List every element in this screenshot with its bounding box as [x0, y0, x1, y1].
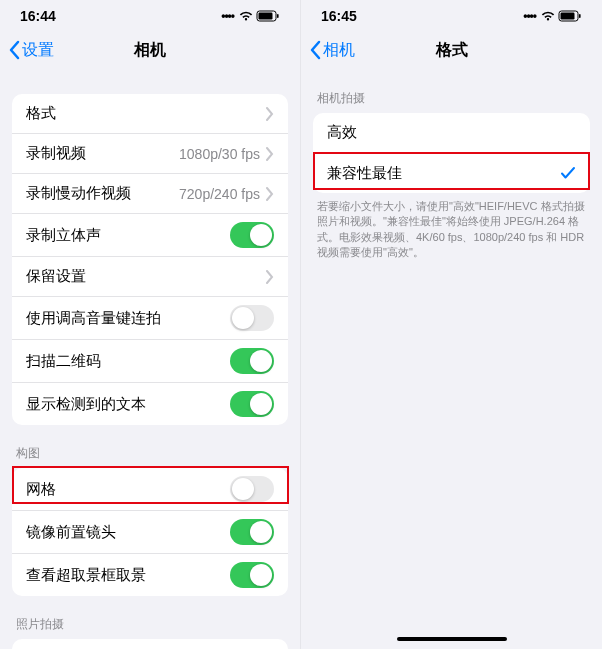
row-label: 镜像前置镜头	[26, 523, 230, 542]
cellular-icon: ••••	[523, 9, 536, 23]
chevron-right-icon	[266, 147, 274, 161]
switch-volume-burst[interactable]	[230, 305, 274, 331]
settings-group-composition: 网格 镜像前置镜头 查看超取景框取景	[12, 468, 288, 596]
row-label: 保留设置	[26, 267, 266, 286]
row-label: 录制立体声	[26, 226, 230, 245]
nav-bar: 相机 格式	[301, 28, 602, 72]
chevron-left-icon	[309, 40, 321, 60]
back-button[interactable]: 相机	[309, 40, 355, 61]
row-detail: 1080p/30 fps	[179, 146, 260, 162]
row-label: 扫描二维码	[26, 352, 230, 371]
nav-bar: 设置 相机	[0, 28, 300, 72]
row-label: 网格	[26, 480, 230, 499]
row-label: 显示检测到的文本	[26, 395, 230, 414]
wifi-icon	[238, 10, 254, 22]
row-format[interactable]: 格式	[12, 94, 288, 134]
group-footer-format: 若要缩小文件大小，请使用"高效"HEIF/HEVC 格式拍摄照片和视频。"兼容性…	[317, 199, 586, 261]
switch-grid[interactable]	[230, 476, 274, 502]
camera-settings-screen: 16:44 •••• 设置 相机 格式 录制视频 1080p/30 fps 录	[0, 0, 301, 649]
row-most-compatible[interactable]: 兼容性最佳	[313, 153, 590, 193]
chevron-right-icon	[266, 107, 274, 121]
row-label: 高效	[327, 123, 576, 142]
status-bar: 16:44 ••••	[0, 0, 300, 28]
group-header-camera-capture: 相机拍摄	[317, 90, 586, 107]
back-label: 相机	[323, 40, 355, 61]
switch-outside-frame[interactable]	[230, 562, 274, 588]
svg-rect-5	[579, 14, 581, 18]
content: 格式 录制视频 1080p/30 fps 录制慢动作视频 720p/240 fp…	[0, 94, 300, 649]
row-grid: 网格	[12, 468, 288, 511]
group-header-composition: 构图	[16, 445, 284, 462]
switch-stereo-sound[interactable]	[230, 222, 274, 248]
group-header-photo-capture: 照片拍摄	[16, 616, 284, 633]
settings-group-main: 格式 录制视频 1080p/30 fps 录制慢动作视频 720p/240 fp…	[12, 94, 288, 425]
row-volume-burst: 使用调高音量键连拍	[12, 297, 288, 340]
svg-rect-2	[277, 14, 279, 18]
row-record-video[interactable]: 录制视频 1080p/30 fps	[12, 134, 288, 174]
content: 相机拍摄 高效 兼容性最佳 若要缩小文件大小，请使用"高效"HEIF/HEVC …	[301, 90, 602, 281]
row-stereo-sound: 录制立体声	[12, 214, 288, 257]
status-time: 16:44	[20, 8, 56, 24]
back-button[interactable]: 设置	[8, 40, 54, 61]
row-detect-text: 显示检测到的文本	[12, 383, 288, 425]
row-label: 兼容性最佳	[327, 164, 560, 183]
settings-group-format: 高效 兼容性最佳	[313, 113, 590, 193]
row-label: 录制慢动作视频	[26, 184, 179, 203]
svg-rect-1	[259, 13, 273, 20]
status-time: 16:45	[321, 8, 357, 24]
settings-group-photo-capture: 摄影风格	[12, 639, 288, 649]
cellular-icon: ••••	[221, 9, 234, 23]
row-label: 录制视频	[26, 144, 179, 163]
row-record-slomo[interactable]: 录制慢动作视频 720p/240 fps	[12, 174, 288, 214]
switch-mirror-front[interactable]	[230, 519, 274, 545]
switch-detect-text[interactable]	[230, 391, 274, 417]
row-label: 格式	[26, 104, 266, 123]
back-label: 设置	[22, 40, 54, 61]
status-icons: ••••	[221, 9, 280, 23]
row-preserve-settings[interactable]: 保留设置	[12, 257, 288, 297]
svg-rect-4	[561, 13, 575, 20]
row-label: 查看超取景框取景	[26, 566, 230, 585]
status-bar: 16:45 ••••	[301, 0, 602, 28]
wifi-icon	[540, 10, 556, 22]
row-photo-styles[interactable]: 摄影风格	[12, 639, 288, 649]
home-indicator	[397, 637, 507, 641]
battery-icon	[256, 10, 280, 22]
status-icons: ••••	[523, 9, 582, 23]
row-label: 使用调高音量键连拍	[26, 309, 230, 328]
row-outside-frame: 查看超取景框取景	[12, 554, 288, 596]
row-mirror-front: 镜像前置镜头	[12, 511, 288, 554]
checkmark-icon	[560, 165, 576, 181]
row-detail: 720p/240 fps	[179, 186, 260, 202]
format-settings-screen: 16:45 •••• 相机 格式 相机拍摄 高效 兼容性最佳 若要缩小文件大小，…	[301, 0, 602, 649]
row-high-efficiency[interactable]: 高效	[313, 113, 590, 153]
battery-icon	[558, 10, 582, 22]
chevron-left-icon	[8, 40, 20, 60]
switch-scan-qr[interactable]	[230, 348, 274, 374]
chevron-right-icon	[266, 270, 274, 284]
row-scan-qr: 扫描二维码	[12, 340, 288, 383]
chevron-right-icon	[266, 187, 274, 201]
